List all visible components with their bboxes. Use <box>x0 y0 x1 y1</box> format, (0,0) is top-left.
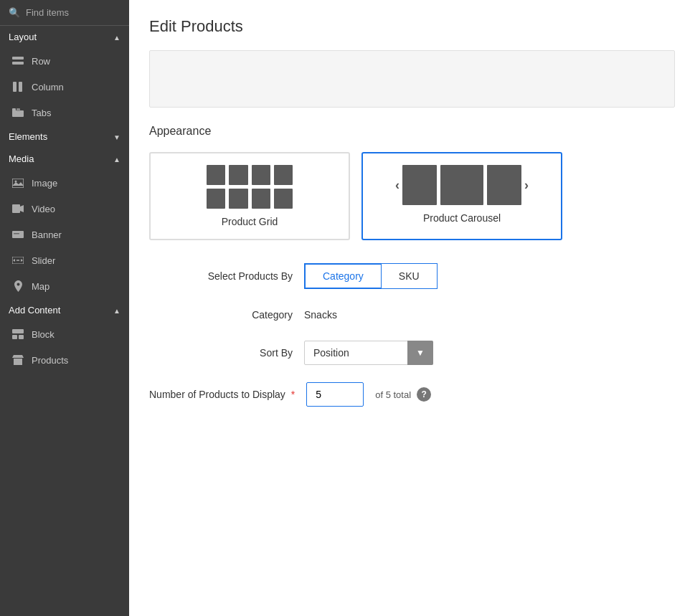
sidebar-item-image[interactable]: Image <box>0 170 129 196</box>
category-row: Category Snacks <box>149 306 675 323</box>
svg-rect-18 <box>12 335 17 339</box>
page-title: Edit Products <box>149 17 675 36</box>
number-of-products-label: Number of Products to Display * <box>149 389 295 400</box>
sort-by-row: Sort By Position Name Price Newest ▼ <box>149 341 675 365</box>
carousel-cell-center <box>440 165 483 205</box>
sidebar-item-tabs-label: Tabs <box>32 108 51 118</box>
layout-items: Row Column Tabs <box>0 48 129 125</box>
appearance-cards: Product Grid ‹ › Product Carousel <box>149 152 675 240</box>
select-products-by-row: Select Products By Category SKU <box>149 263 675 289</box>
sidebar-item-products-label: Products <box>32 355 68 366</box>
search-icon: 🔍 <box>9 7 20 18</box>
sidebar-item-block[interactable]: Block <box>0 321 129 347</box>
category-value: Snacks <box>304 306 337 323</box>
add-content-items: Block Products <box>0 321 129 373</box>
sidebar-item-video[interactable]: Video <box>0 196 129 222</box>
svg-marker-10 <box>20 205 24 212</box>
required-star: * <box>288 389 295 400</box>
column-icon <box>11 80 24 93</box>
product-grid-card[interactable]: Product Grid <box>149 152 350 240</box>
sidebar-item-column-label: Column <box>32 82 64 93</box>
select-products-by-label: Select Products By <box>149 270 293 282</box>
block-icon <box>11 328 24 341</box>
search-bar[interactable]: 🔍 Find items <box>0 0 129 26</box>
product-carousel-icon: ‹ › <box>397 165 526 205</box>
sidebar-item-map-label: Map <box>32 281 49 292</box>
carousel-cell-left <box>402 165 437 205</box>
svg-rect-17 <box>12 329 24 333</box>
sort-by-label: Sort By <box>149 347 293 359</box>
product-grid-icon <box>207 165 293 209</box>
svg-rect-3 <box>19 82 22 92</box>
layout-label: Layout <box>9 32 37 42</box>
media-chevron-icon <box>113 153 120 164</box>
sort-by-select-wrap: Position Name Price Newest ▼ <box>304 341 433 365</box>
video-icon <box>11 202 24 215</box>
category-label: Category <box>149 309 293 321</box>
sidebar-item-map[interactable]: Map <box>0 273 129 299</box>
svg-rect-4 <box>12 110 24 117</box>
sort-by-select[interactable]: Position Name Price Newest <box>304 341 433 365</box>
sidebar-item-row[interactable]: Row <box>0 48 129 74</box>
form-section: Select Products By Category SKU Category… <box>149 263 675 407</box>
svg-rect-9 <box>12 204 20 213</box>
sidebar-item-products[interactable]: Products <box>0 347 129 373</box>
layout-chevron-icon <box>113 32 120 42</box>
sidebar-item-column[interactable]: Column <box>0 74 129 100</box>
carousel-cell-right <box>487 165 521 205</box>
slider-icon <box>11 254 24 267</box>
media-label: Media <box>9 153 34 164</box>
category-button[interactable]: Category <box>304 263 381 289</box>
elements-chevron-icon <box>113 131 120 142</box>
of-total-text: of 5 total ? <box>375 387 431 402</box>
tabs-icon <box>11 106 24 119</box>
sidebar-item-slider[interactable]: Slider <box>0 247 129 273</box>
add-content-label: Add Content <box>9 305 60 316</box>
products-icon <box>11 354 24 366</box>
elements-section-header[interactable]: Elements <box>0 125 129 148</box>
product-grid-label: Product Grid <box>162 216 337 227</box>
svg-rect-6 <box>16 108 20 111</box>
svg-rect-5 <box>12 108 16 111</box>
main-content: Edit Products Appearance Product Grid ‹ <box>129 0 695 616</box>
preview-area <box>149 50 675 108</box>
svg-rect-2 <box>13 82 16 92</box>
media-section-header[interactable]: Media <box>0 148 129 170</box>
sku-button[interactable]: SKU <box>381 263 438 289</box>
select-by-group: Category SKU <box>304 263 438 289</box>
product-carousel-card[interactable]: ‹ › Product Carousel <box>361 152 562 240</box>
sidebar-item-slider-label: Slider <box>32 255 55 266</box>
carousel-cells <box>402 165 521 205</box>
sidebar-item-tabs[interactable]: Tabs <box>0 100 129 125</box>
sidebar-item-image-label: Image <box>32 178 57 189</box>
layout-section-header[interactable]: Layout <box>0 26 129 48</box>
sidebar-item-block-label: Block <box>32 329 55 340</box>
product-carousel-label: Product Carousel <box>374 212 549 224</box>
svg-rect-11 <box>12 231 24 238</box>
carousel-left-arrow-icon: ‹ <box>395 178 399 193</box>
sidebar-item-row-label: Row <box>32 56 50 67</box>
sidebar-item-video-label: Video <box>32 204 55 214</box>
svg-marker-15 <box>13 259 15 262</box>
add-content-section-header[interactable]: Add Content <box>0 299 129 321</box>
map-icon <box>11 280 24 293</box>
sidebar-item-banner[interactable]: Banner <box>0 222 129 247</box>
banner-icon <box>11 228 24 241</box>
add-content-chevron-icon <box>113 305 120 316</box>
search-placeholder: Find items <box>26 7 69 18</box>
svg-rect-7 <box>12 179 24 188</box>
svg-rect-0 <box>12 57 24 60</box>
svg-rect-1 <box>12 62 24 65</box>
svg-rect-19 <box>19 335 24 339</box>
appearance-section-title: Appearance <box>149 125 675 138</box>
number-of-products-row: Number of Products to Display * of 5 tot… <box>149 382 675 407</box>
row-icon <box>11 55 24 67</box>
svg-rect-12 <box>14 233 19 234</box>
elements-label: Elements <box>9 131 47 142</box>
sidebar-item-banner-label: Banner <box>32 229 62 240</box>
media-items: Image Video Banner Slider Map <box>0 170 129 299</box>
sidebar: 🔍 Find items Layout Row Column Tabs Ele <box>0 0 129 616</box>
help-icon[interactable]: ? <box>417 387 431 402</box>
carousel-right-arrow-icon: › <box>524 178 529 193</box>
number-of-products-input[interactable] <box>306 382 364 407</box>
